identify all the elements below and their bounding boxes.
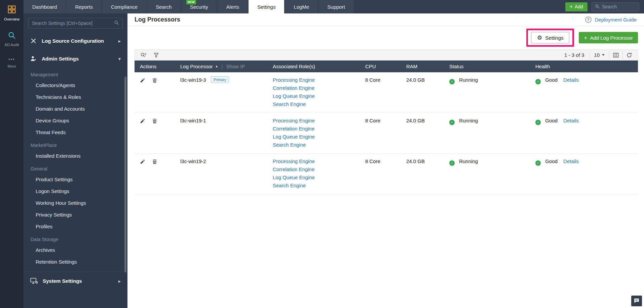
column-chooser-icon[interactable] <box>609 52 622 59</box>
system-settings-icon <box>30 278 38 284</box>
sidebar-scrollbar[interactable] <box>124 77 126 272</box>
role-link[interactable]: Processing Engine <box>273 76 354 84</box>
col-header-log-processor[interactable]: Log Processor ▲ | Show IP <box>175 64 267 69</box>
sidebar-search[interactable] <box>28 18 123 29</box>
log-processor-name: l3c-win19-2 <box>180 158 206 164</box>
sidebar-item-archives[interactable]: Archives <box>24 244 127 256</box>
sidebar-item-domain-and-accounts[interactable]: Domain and Accounts <box>24 103 127 115</box>
tab-compliance[interactable]: Compliance <box>102 0 146 13</box>
edit-icon[interactable] <box>140 118 145 124</box>
sidebar-item-threat-feeds[interactable]: Threat Feeds <box>24 126 127 138</box>
role-link[interactable]: Log Queue Engine <box>273 133 354 141</box>
delete-icon[interactable] <box>152 159 157 164</box>
column-search-icon[interactable] <box>137 52 150 58</box>
sidebar-group-admin-settings[interactable]: Admin Settings ▾ <box>24 50 127 68</box>
show-ip-toggle[interactable]: Show IP <box>226 64 245 69</box>
rail-item-overview[interactable]: Overview <box>0 0 24 26</box>
sidebar-group-log-source-configuration[interactable]: Log Source Configuration ▸ <box>24 32 127 50</box>
global-search[interactable] <box>592 2 639 11</box>
tab-settings[interactable]: Settings <box>249 0 284 13</box>
role-link[interactable]: Search Engine <box>273 182 354 190</box>
rail-item-more[interactable]: ••• More <box>0 52 24 73</box>
feedback-chat-button[interactable] <box>631 296 642 306</box>
section-title-general: General <box>24 162 127 174</box>
tab-reports[interactable]: Reports <box>66 0 102 13</box>
primary-badge: Primary <box>211 76 229 83</box>
edit-icon[interactable] <box>140 159 145 164</box>
health-ok-icon: ✓ <box>535 79 541 84</box>
role-link[interactable]: Processing Engine <box>273 117 354 125</box>
sidebar-item-retention-settings[interactable]: Retention Settings <box>24 256 127 268</box>
gear-icon: ⚙ <box>537 35 542 41</box>
details-link[interactable]: Details <box>563 118 579 123</box>
settings-button[interactable]: ⚙ Settings <box>531 32 569 43</box>
main-content: Log Processors ? Deployment Guide ⚙ Sett… <box>127 13 644 308</box>
rail-item-ad-audit[interactable]: AD Audit <box>0 26 24 52</box>
left-rail: Overview AD Audit ••• More <box>0 0 24 308</box>
tab-dashboard[interactable]: Dashboard <box>24 0 66 13</box>
section-title-management: Management <box>24 68 127 79</box>
pagination-range: 1 - 3 of 3 <box>559 52 589 58</box>
refresh-icon[interactable] <box>622 52 636 59</box>
details-link[interactable]: Details <box>563 77 579 83</box>
role-link[interactable]: Processing Engine <box>273 157 354 165</box>
ram-value: 24.0 GB <box>401 117 444 149</box>
status-ok-icon: ✓ <box>449 160 455 166</box>
role-link[interactable]: Correlation Engine <box>273 165 354 174</box>
filter-icon[interactable] <box>150 52 162 57</box>
sidebar-item-product-settings[interactable]: Product Settings <box>24 174 127 185</box>
role-link[interactable]: Correlation Engine <box>273 125 354 133</box>
chat-bubble-icon <box>634 298 640 305</box>
tab-support[interactable]: Support <box>318 0 354 13</box>
cpu-value: 8 Core <box>360 157 401 190</box>
role-link[interactable]: Search Engine <box>273 141 354 149</box>
role-link[interactable]: Search Engine <box>273 100 354 108</box>
table-header-row: Actions Log Processor ▲ | Show IP Associ… <box>135 61 638 72</box>
edit-icon[interactable] <box>140 78 145 83</box>
tab-logme[interactable]: LogMe <box>285 0 318 13</box>
sidebar-item-logon-settings[interactable]: Logon Settings <box>24 185 127 197</box>
status-label: Running <box>459 118 478 123</box>
sidebar-group-system-settings[interactable]: System Settings ▸ <box>24 272 127 290</box>
details-link[interactable]: Details <box>563 158 579 164</box>
add-button[interactable]: + Add <box>565 2 588 11</box>
cpu-value: 8 Core <box>360 117 401 149</box>
table-row: l3c-win19-1 Processing Engine Correlatio… <box>135 113 638 154</box>
sidebar-item-device-groups[interactable]: Device Groups <box>24 115 127 126</box>
delete-icon[interactable] <box>152 118 157 124</box>
delete-icon[interactable] <box>152 78 157 83</box>
tab-search[interactable]: Search <box>147 0 181 13</box>
tools-icon <box>30 38 37 44</box>
help-icon[interactable]: ? <box>585 16 592 23</box>
nav-right: + Add <box>565 0 644 13</box>
page-header: Log Processors ? Deployment Guide <box>127 13 644 26</box>
table-row: l3c-win19-3 Primary Processing Engine Co… <box>135 72 638 113</box>
add-log-processor-button[interactable]: + Add Log Processor <box>579 32 638 43</box>
col-header-status: Status <box>444 64 530 69</box>
sidebar-item-working-hour-settings[interactable]: Working Hour Settings <box>24 197 127 209</box>
col-header-cpu: CPU <box>360 64 401 69</box>
sort-asc-icon: ▲ <box>215 65 218 68</box>
tab-security[interactable]: NEW Security <box>181 0 217 13</box>
sidebar-item-privacy-settings[interactable]: Privacy Settings <box>24 209 127 221</box>
role-link[interactable]: Log Queue Engine <box>273 174 354 182</box>
role-link[interactable]: Correlation Engine <box>273 84 354 92</box>
settings-sidebar: Log Source Configuration ▸ Admin Setting… <box>24 13 127 308</box>
col-header-actions: Actions <box>135 64 175 69</box>
tab-alerts[interactable]: Alerts <box>218 0 248 13</box>
role-link[interactable]: Log Queue Engine <box>273 92 354 100</box>
ram-value: 24.0 GB <box>401 76 444 108</box>
page-size-select[interactable]: 10 <box>589 52 609 59</box>
sidebar-search-input[interactable] <box>32 21 114 26</box>
search-icon <box>595 4 600 10</box>
col-header-ram: RAM <box>401 64 444 69</box>
sidebar-item-collectors-agents[interactable]: Collectors/Agents <box>24 79 127 91</box>
sidebar-item-installed-extensions[interactable]: Installed Extensions <box>24 150 127 162</box>
sidebar-item-technicians-roles[interactable]: Technicians & Roles <box>24 91 127 103</box>
rail-label: Overview <box>4 17 20 21</box>
deployment-guide-link[interactable]: Deployment Guide <box>595 17 637 23</box>
sidebar-item-profiles[interactable]: Profiles <box>24 221 127 232</box>
search-icon <box>114 20 119 26</box>
global-search-input[interactable] <box>602 4 636 9</box>
ellipsis-icon: ••• <box>8 57 15 62</box>
